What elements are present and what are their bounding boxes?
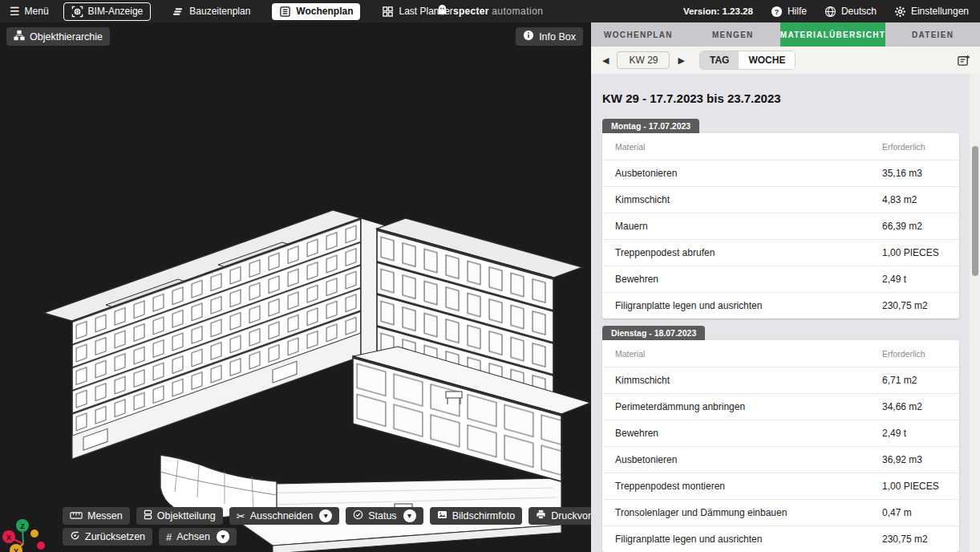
material-name: Kimmschicht: [615, 375, 882, 386]
week-selector-button[interactable]: KW 29: [617, 51, 670, 69]
material-name: Treppenpodest montieren: [615, 481, 882, 492]
help-label: Hilfe: [788, 6, 807, 17]
tab-dateien[interactable]: DATEIEN: [885, 22, 980, 47]
status-label: Status: [368, 510, 396, 522]
screenshot-icon: [437, 510, 447, 522]
reset-view-label: Zurücksetzen: [85, 531, 145, 542]
table-row[interactable]: Tronsolenlager und Dämmung einbauen 0,47…: [602, 499, 959, 526]
tab-wochenplan[interactable]: WOCHENPLAN: [591, 22, 686, 47]
nav-wochenplan-label: Wochenplan: [296, 6, 353, 17]
prev-week-button[interactable]: ◀: [601, 55, 610, 66]
nav-wochenplan[interactable]: Wochenplan: [272, 3, 360, 20]
material-required: 34,66 m2: [882, 401, 946, 412]
building-model[interactable]: [0, 55, 591, 552]
col-required: Erforderlich: [882, 142, 946, 152]
app-window: ☰ Menü BIM-Anzeige Bauzeitenp: [0, 0, 980, 552]
material-required: 2,49 t: [882, 428, 946, 439]
tab-materialuebersicht[interactable]: MATERIALÜBERSICHT: [780, 22, 885, 47]
axes-dropdown[interactable]: ▾: [217, 530, 229, 543]
add-note-button[interactable]: [957, 54, 970, 67]
object-split-button[interactable]: Objektteilung: [136, 507, 223, 525]
material-required: 2,49 t: [882, 274, 946, 285]
table-row[interactable]: Treppenpodest abrufen 1,00 PIECES: [602, 239, 959, 266]
material-required: 230,75 m2: [882, 300, 946, 311]
table-row[interactable]: Bewehren 2,49 t: [602, 420, 959, 446]
material-name: Mauern: [615, 221, 882, 232]
table-row[interactable]: Perimeterdämmung anbringen 34,66 m2: [602, 393, 959, 420]
material-required: 230,75 m2: [882, 534, 946, 545]
menu-label: Menü: [25, 6, 49, 17]
toggle-woche[interactable]: WOCHE: [739, 51, 795, 69]
printer-icon: [536, 509, 546, 522]
ghost-logo-icon: [437, 4, 447, 18]
nav-bauzeitenplan[interactable]: Bauzeitenplan: [165, 3, 257, 20]
ruler-icon: [70, 510, 83, 522]
info-box-button[interactable]: Info Box: [516, 27, 583, 46]
axis-y-label: Y: [14, 547, 18, 552]
status-dropdown[interactable]: ▾: [403, 509, 416, 522]
material-required: 66,39 m2: [882, 221, 946, 232]
table-row[interactable]: Filigranplatte legen und ausrichten 230,…: [602, 526, 959, 552]
chevron-down-icon: ▾: [324, 512, 328, 520]
table-row[interactable]: Ausbetonieren 36,92 m3: [602, 446, 959, 473]
language-button[interactable]: Deutsch: [824, 6, 877, 18]
reset-view-button[interactable]: Zurücksetzen: [63, 528, 152, 546]
settings-button[interactable]: Einstellungen: [894, 6, 969, 18]
measure-button[interactable]: Messen: [63, 507, 130, 525]
material-name: Treppenpodest abrufen: [615, 247, 882, 258]
tab-mengen[interactable]: MENGEN: [686, 22, 780, 47]
material-required: 4,83 m2: [882, 194, 946, 205]
table-row[interactable]: Ausbetonieren 35,16 m3: [602, 160, 959, 186]
table-row[interactable]: Kimmschicht 4,83 m2: [602, 186, 959, 213]
material-required: 36,92 m3: [882, 454, 946, 465]
axes-button[interactable]: # Achsen ▾: [159, 528, 237, 546]
material-overview-content: KW 29 - 17.7.2023 bis 23.7.2023 Montag -…: [591, 74, 980, 552]
material-name: Filigranplatte legen und ausrichten: [615, 534, 882, 545]
print-preview-button[interactable]: Druckvorschau ▾: [528, 507, 591, 525]
object-split-icon: [144, 509, 152, 522]
object-hierarchy-button[interactable]: Objekthierarchie: [6, 27, 110, 46]
status-button[interactable]: Status ▾: [346, 507, 423, 525]
bim-focus-icon: [71, 6, 83, 18]
version-label: Version: 1.23.28: [683, 6, 753, 16]
scissors-icon: ✂: [237, 511, 245, 522]
screenshot-button[interactable]: Bildschirmfoto: [430, 507, 523, 525]
hierarchy-icon: [14, 30, 25, 43]
scrollbar-thumb[interactable]: [972, 146, 978, 276]
brand-name: specter: [453, 6, 489, 17]
bim-3d-viewport[interactable]: Objekthierarchie Info Box: [0, 22, 591, 552]
table-row[interactable]: Filigranplatte legen und ausrichten 230,…: [602, 292, 959, 319]
nav-bim-anzeige[interactable]: BIM-Anzeige: [63, 2, 152, 21]
material-name: Perimeterdämmung anbringen: [615, 401, 882, 412]
material-required: 0,47 m: [882, 507, 946, 518]
toggle-tag[interactable]: TAG: [700, 51, 739, 69]
cut-button[interactable]: ✂ Ausschneiden ▾: [229, 507, 339, 525]
grid-icon: [382, 6, 394, 18]
col-required: Erforderlich: [882, 349, 946, 359]
chevron-down-icon: ▾: [407, 512, 411, 520]
material-required: 1,00 PIECES: [882, 481, 946, 492]
axis-x-label: X: [6, 534, 11, 542]
side-panel: WOCHENPLAN MENGEN MATERIALÜBERSICHT DATE…: [591, 22, 980, 552]
table-row[interactable]: Bewehren 2,49 t: [602, 266, 959, 292]
material-name: Bewehren: [615, 274, 882, 285]
weekplan-icon: [279, 6, 291, 18]
axis-gizmo[interactable]: Z X Y: [0, 496, 72, 552]
nav-bauzeitenplan-label: Bauzeitenplan: [189, 6, 250, 17]
menu-button[interactable]: ☰ Menü: [10, 6, 49, 17]
week-heading: KW 29 - 17.7.2023 bis 23.7.2023: [602, 74, 959, 105]
panel-tabs: WOCHENPLAN MENGEN MATERIALÜBERSICHT DATE…: [591, 22, 980, 47]
next-week-button[interactable]: ▶: [676, 55, 686, 66]
help-button[interactable]: ? Hilfe: [771, 6, 807, 18]
cut-dropdown[interactable]: ▾: [319, 509, 332, 522]
table-row[interactable]: Kimmschicht 6,71 m2: [602, 367, 959, 393]
arrow-left-icon: ◀: [602, 55, 609, 65]
material-table: Material Erforderlich Ausbetonieren 35,1…: [602, 133, 959, 319]
measure-label: Messen: [87, 510, 123, 522]
info-box-label: Info Box: [539, 31, 576, 43]
panel-scrollbar[interactable]: [970, 74, 980, 552]
object-hierarchy-label: Objekthierarchie: [30, 31, 103, 43]
table-row[interactable]: Treppenpodest montieren 1,00 PIECES: [602, 473, 959, 499]
chevron-down-icon: ▾: [221, 533, 225, 541]
table-row[interactable]: Mauern 66,39 m2: [602, 213, 959, 239]
